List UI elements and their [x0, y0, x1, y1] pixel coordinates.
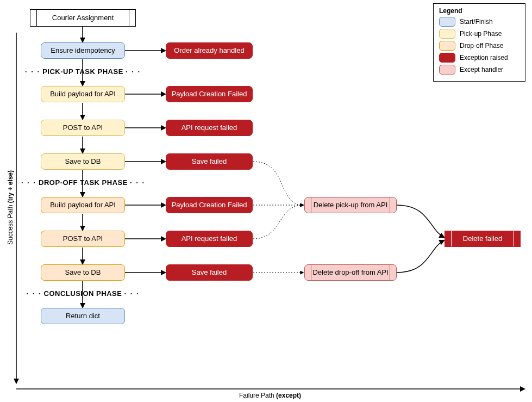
node-label: API request failed	[181, 124, 237, 132]
legend-row: Except handler	[439, 65, 520, 75]
node-dropoff-api-failed: API request failed	[166, 231, 253, 247]
node-dropoff-save: Save to DB	[41, 264, 125, 281]
node-label: Payload Creation Failed	[172, 90, 247, 98]
node-label: Courier Assignment	[52, 14, 114, 22]
legend-label: Pick-up Phase	[460, 30, 502, 38]
phase-label-pickup: · · · PICK-UP TASK PHASE · · ·	[24, 67, 141, 76]
node-delete-pickup: Delete pick-up from API	[304, 197, 397, 213]
node-label: Delete pick-up from API	[314, 201, 388, 209]
legend-label: Drop-off Phase	[460, 42, 504, 50]
node-label: Payload Creation Failed	[172, 201, 247, 209]
node-pickup-payload-failed: Payload Creation Failed	[166, 86, 253, 102]
legend-swatch	[439, 41, 455, 51]
node-label: Save failed	[192, 269, 227, 276]
legend-label: Start/Finish	[460, 18, 493, 26]
node-label: Order already handled	[174, 47, 244, 54]
legend-label: Except handler	[460, 66, 503, 73]
legend-row: Start/Finish	[439, 17, 520, 27]
phase-label-dropoff: · · · DROP-OFF TASK PHASE · · ·	[21, 178, 146, 187]
node-label: POST to API	[63, 124, 103, 132]
legend-row: Exception raised	[439, 53, 520, 63]
node-label: Save failed	[192, 158, 227, 165]
axis-label-failure: Failure Path (except)	[239, 392, 301, 399]
node-dropoff-save-failed: Save failed	[166, 264, 253, 281]
node-courier-assignment: Courier Assignment	[30, 9, 136, 27]
legend-swatch	[439, 53, 455, 63]
node-label: Save to DB	[65, 269, 101, 276]
node-label: Ensure idempotency	[51, 47, 115, 54]
node-pickup-build: Build payload for API	[41, 86, 125, 102]
legend: Legend Start/Finish Pick-up Phase Drop-o…	[433, 3, 525, 82]
legend-label: Exception raised	[460, 54, 508, 61]
legend-swatch	[439, 29, 455, 39]
node-dropoff-payload-failed: Payload Creation Failed	[166, 197, 253, 213]
node-delete-failed: Delete failed	[445, 231, 521, 247]
node-dropoff-build: Build payload for API	[41, 197, 125, 213]
node-label: Return dict	[66, 312, 100, 320]
node-label: Build payload for API	[50, 90, 116, 98]
legend-swatch	[439, 65, 455, 75]
node-ensure-idempotency: Ensure idempotency	[41, 42, 125, 59]
node-pickup-api-failed: API request failed	[166, 120, 253, 136]
node-label: Delete drop-off from API	[312, 269, 388, 276]
node-pickup-post: POST to API	[41, 120, 125, 136]
node-pickup-save-failed: Save failed	[166, 153, 253, 170]
node-label: API request failed	[181, 235, 237, 243]
node-already-handled: Order already handled	[166, 42, 253, 59]
legend-swatch	[439, 17, 455, 27]
node-return-dict: Return dict	[41, 308, 125, 324]
node-label: Build payload for API	[50, 201, 116, 209]
node-dropoff-post: POST to API	[41, 231, 125, 247]
node-pickup-save: Save to DB	[41, 153, 125, 170]
axis-label-success: Success Path (try + else)	[7, 170, 14, 245]
node-label: Save to DB	[65, 158, 101, 165]
node-delete-dropoff: Delete drop-off from API	[304, 264, 397, 281]
legend-row: Drop-off Phase	[439, 41, 520, 51]
legend-title: Legend	[439, 7, 520, 15]
node-label: Delete failed	[463, 235, 502, 243]
phase-label-conclusion: · · · CONCLUSION PHASE · · ·	[22, 289, 144, 298]
node-label: POST to API	[63, 235, 103, 243]
legend-row: Pick-up Phase	[439, 29, 520, 39]
